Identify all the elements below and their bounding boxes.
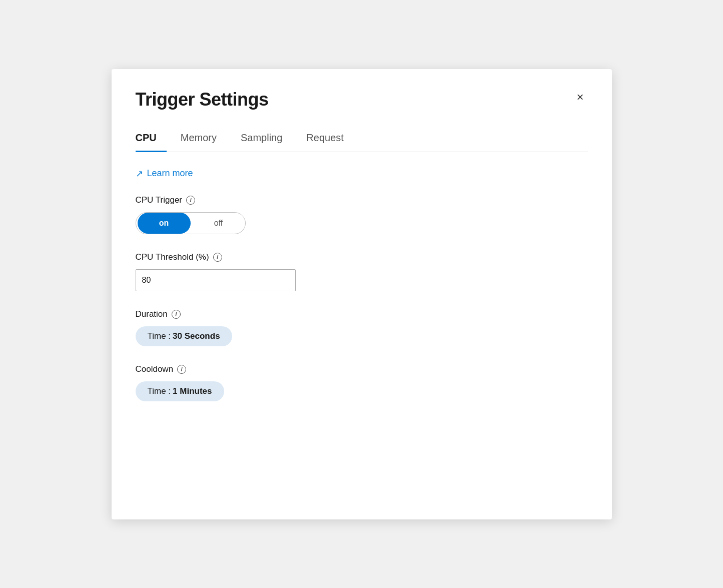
external-link-icon: ↗ bbox=[136, 168, 143, 179]
trigger-settings-dialog: Trigger Settings × CPU Memory Sampling R… bbox=[112, 69, 612, 519]
close-button[interactable]: × bbox=[572, 89, 587, 105]
cpu-trigger-info-icon[interactable]: i bbox=[186, 196, 195, 205]
cooldown-label-row: Cooldown i bbox=[136, 364, 588, 374]
cpu-trigger-label-row: CPU Trigger i bbox=[136, 195, 588, 205]
cooldown-info-icon[interactable]: i bbox=[177, 365, 186, 374]
cpu-threshold-info-icon[interactable]: i bbox=[213, 253, 222, 262]
tab-request[interactable]: Request bbox=[306, 126, 354, 152]
cooldown-time-prefix: Time : bbox=[148, 386, 171, 396]
cooldown-section: Cooldown i Time : 1 Minutes bbox=[136, 364, 588, 401]
dialog-header: Trigger Settings × bbox=[136, 89, 588, 110]
duration-section: Duration i Time : 30 Seconds bbox=[136, 309, 588, 346]
cpu-trigger-toggle[interactable]: on off bbox=[136, 212, 246, 234]
cpu-trigger-label: CPU Trigger bbox=[136, 195, 183, 205]
dialog-title: Trigger Settings bbox=[136, 89, 269, 110]
tab-sampling[interactable]: Sampling bbox=[241, 126, 292, 152]
toggle-off-option[interactable]: off bbox=[192, 213, 245, 234]
duration-time-prefix: Time : bbox=[148, 331, 171, 341]
cooldown-time-value: 1 Minutes bbox=[173, 386, 212, 396]
cpu-threshold-label: CPU Threshold (%) bbox=[136, 252, 209, 262]
cpu-threshold-label-row: CPU Threshold (%) i bbox=[136, 252, 588, 262]
toggle-on-option[interactable]: on bbox=[138, 213, 191, 234]
tabs-container: CPU Memory Sampling Request bbox=[136, 126, 588, 152]
duration-info-icon[interactable]: i bbox=[172, 310, 181, 319]
cooldown-badge[interactable]: Time : 1 Minutes bbox=[136, 381, 224, 401]
learn-more-row: ↗ Learn more bbox=[136, 168, 588, 179]
tab-cpu[interactable]: CPU bbox=[136, 126, 167, 152]
tab-memory[interactable]: Memory bbox=[181, 126, 227, 152]
cpu-threshold-section: CPU Threshold (%) i bbox=[136, 252, 588, 291]
cpu-threshold-input[interactable] bbox=[136, 269, 296, 291]
duration-badge[interactable]: Time : 30 Seconds bbox=[136, 326, 232, 346]
cpu-trigger-section: CPU Trigger i on off bbox=[136, 195, 588, 234]
duration-label-row: Duration i bbox=[136, 309, 588, 319]
cooldown-label: Cooldown bbox=[136, 364, 174, 374]
duration-time-value: 30 Seconds bbox=[173, 331, 220, 341]
learn-more-link[interactable]: Learn more bbox=[147, 168, 193, 179]
duration-label: Duration bbox=[136, 309, 168, 319]
